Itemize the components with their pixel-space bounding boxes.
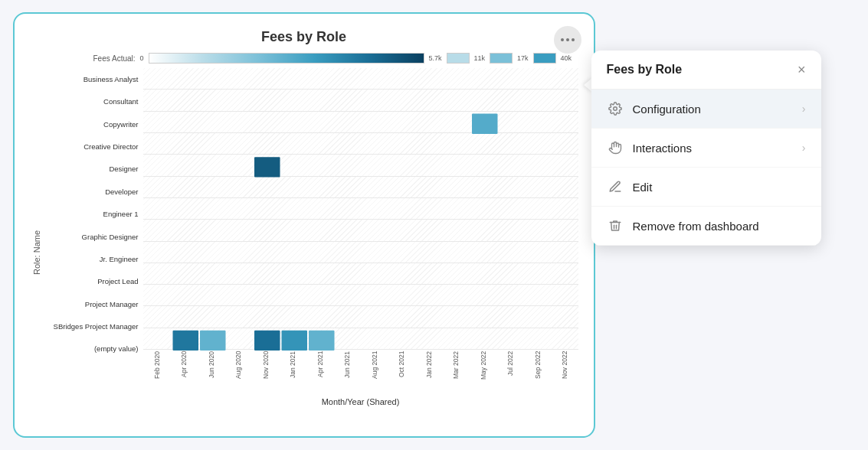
close-button[interactable]: ×: [798, 63, 806, 77]
grid-row-3: [143, 133, 578, 155]
remove-item-left: Remove from dashboard: [607, 217, 759, 234]
legend-tick-1: 5.7k: [429, 54, 442, 62]
menu-dots-button[interactable]: [554, 26, 581, 54]
x-label-12: May 2022: [470, 350, 497, 396]
chart-card: Fees by Role Role: Name Fees Actual: 0 5…: [13, 12, 595, 438]
trash-icon: [607, 217, 624, 234]
legend-swatch3: [533, 53, 556, 64]
row-label-4: Designer: [44, 165, 143, 173]
x-label-8: Aug 2021: [361, 350, 388, 396]
grid-body: Business Analyst Consultant Copywriter C…: [44, 68, 578, 406]
edit-label: Edit: [633, 181, 653, 194]
chart-area: Role: Name Fees Actual: 0 5.7k 11k 17k 4…: [30, 53, 578, 406]
x-label-10: Jan 2022: [415, 350, 443, 396]
row-label-5: Developer: [44, 188, 143, 196]
dropdown-item-configuration[interactable]: Configuration ›: [591, 90, 821, 129]
legend-tick-3: 17k: [517, 54, 529, 62]
row-label-11: SBridges Project Manager: [44, 322, 143, 331]
row-label-3: Creative Director: [44, 142, 143, 151]
chart-title: Fees by Role: [30, 29, 578, 45]
row-label-10: Project Manager: [44, 300, 143, 308]
legend-row: Fees Actual: 0 5.7k 11k 17k 40k: [44, 53, 578, 64]
x-label-1: Apr 2020: [170, 350, 198, 396]
row-label-9: Project Lead: [44, 277, 143, 285]
grid-row-11: [143, 306, 578, 328]
grid-row-12: [143, 328, 578, 350]
legend-tick-4: 40k: [561, 54, 572, 62]
legend-swatch2: [490, 53, 513, 64]
grid-row-2: [143, 112, 578, 133]
gradient-bar: [149, 53, 424, 64]
grid-row-6: [143, 198, 578, 220]
dot3: [572, 38, 575, 41]
x-label-9: Oct 2021: [388, 350, 415, 396]
grid-rows: [143, 68, 578, 350]
grid-row-8: [143, 242, 578, 263]
x-label-15: Nov 2022: [551, 350, 578, 396]
dot1: [561, 38, 564, 41]
legend-label: Fees Actual:: [93, 54, 136, 63]
grid-row-4: [143, 155, 578, 176]
dot2: [566, 38, 569, 41]
row-label-12: (empty value): [44, 344, 143, 353]
grid-row-7: [143, 220, 578, 241]
legend-tick-2: 11k: [474, 54, 486, 62]
config-chevron: ›: [802, 103, 806, 115]
chart-inner: Fees Actual: 0 5.7k 11k 17k 40k Business…: [44, 53, 578, 406]
row-labels: Business Analyst Consultant Copywriter C…: [44, 68, 143, 406]
pencil-icon: [607, 178, 624, 195]
grid-row-5: [143, 177, 578, 198]
row-label-2: Copywriter: [44, 120, 143, 129]
row-label-7: Graphic Designer: [44, 233, 143, 241]
x-label-11: Mar 2022: [442, 350, 470, 396]
dropdown-item-edit[interactable]: Edit: [591, 168, 821, 207]
legend-swatch: [447, 53, 470, 64]
dropdown-header: Fees by Role ×: [591, 51, 821, 90]
x-label-5: Jan 2021: [279, 350, 306, 396]
x-axis: Feb 2020 Apr 2020 Jun 2020 Aug 2020 Nov …: [143, 350, 578, 396]
remove-label: Remove from dashboard: [633, 220, 759, 233]
edit-item-left: Edit: [607, 178, 653, 195]
config-item-left: Configuration: [607, 100, 701, 117]
row-label-6: Engineer 1: [44, 210, 143, 218]
page-wrapper: Fees by Role Role: Name Fees Actual: 0 5…: [13, 12, 856, 438]
x-label-0: Feb 2020: [143, 350, 171, 396]
x-axis-title: Month/Year (Shared): [143, 397, 578, 406]
dropdown-item-remove[interactable]: Remove from dashboard: [591, 207, 821, 246]
x-label-7: Jun 2021: [333, 350, 361, 396]
interactions-item-left: Interactions: [607, 139, 693, 156]
grid-row-9: [143, 263, 578, 285]
row-label-0: Business Analyst: [44, 75, 143, 83]
interactions-chevron: ›: [802, 142, 806, 154]
dropdown-item-interactions[interactable]: Interactions ›: [591, 129, 821, 168]
grid-row-10: [143, 285, 578, 306]
grid-and-xaxis: Feb 2020 Apr 2020 Jun 2020 Aug 2020 Nov …: [143, 68, 578, 406]
row-label-1: Consultant: [44, 97, 143, 106]
x-label-4: Nov 2020: [252, 350, 280, 396]
hand-icon: [607, 139, 624, 156]
legend-tick-0: 0: [140, 54, 144, 62]
interactions-label: Interactions: [633, 142, 693, 155]
x-label-14: Sep 2022: [524, 350, 552, 396]
x-label-13: Jul 2022: [496, 350, 524, 396]
x-label-6: Apr 2021: [306, 350, 334, 396]
dropdown-title: Fees by Role: [607, 63, 683, 77]
svg-point-7: [613, 107, 617, 111]
dropdown-menu: Fees by Role × Configuration ›: [591, 51, 821, 246]
configuration-label: Configuration: [633, 103, 701, 116]
row-label-8: Jr. Engineer: [44, 255, 143, 263]
x-label-2: Jun 2020: [198, 350, 225, 396]
grid-row-0: [143, 68, 578, 90]
x-label-3: Aug 2020: [224, 350, 252, 396]
grid-row-1: [143, 90, 578, 111]
y-axis-label: Role: Name: [30, 53, 44, 406]
gear-icon: [607, 100, 624, 117]
